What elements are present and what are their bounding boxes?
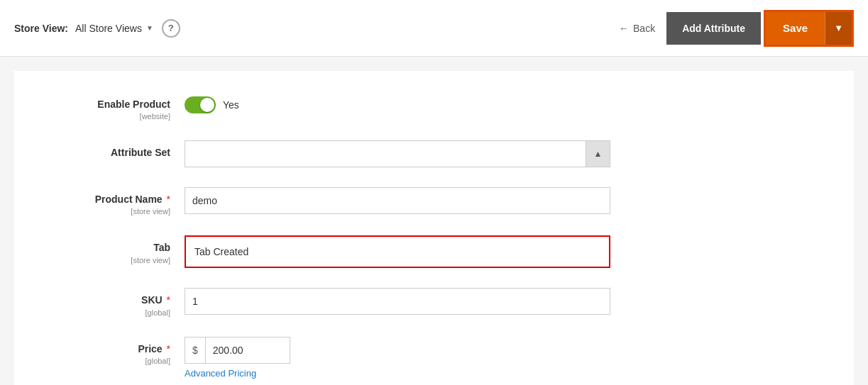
product-name-label: Product Name	[95, 194, 163, 205]
attribute-set-label: Attribute Set	[111, 147, 170, 158]
save-button-group: Save ▼	[764, 10, 854, 47]
sku-input[interactable]	[185, 288, 610, 315]
back-label: Back	[633, 23, 655, 34]
enable-product-sublabel: [website]	[43, 112, 170, 121]
sku-label-col: SKU * [global]	[43, 288, 185, 316]
currency-symbol: $	[185, 337, 205, 364]
attribute-set-arrow-button[interactable]: ▲	[586, 140, 610, 167]
tab-input[interactable]	[187, 238, 608, 265]
price-control: $ Advanced Pricing	[185, 337, 610, 379]
attribute-set-select-wrapper: Laptop ▲	[185, 140, 610, 167]
tab-label-col: Tab [store view]	[43, 235, 185, 264]
chevron-down-icon: ▼	[146, 24, 153, 32]
add-attribute-button[interactable]: Add Attribute	[666, 12, 761, 45]
back-arrow-icon: ←	[619, 23, 629, 34]
store-view-select[interactable]: All Store Views ▼	[75, 23, 153, 34]
product-name-required: *	[167, 194, 170, 205]
price-sublabel: [global]	[43, 357, 170, 365]
store-view-label: Store View:	[14, 23, 68, 34]
enable-product-label: Enable Product	[97, 99, 170, 110]
product-name-row: Product Name * [store view]	[43, 187, 825, 216]
price-required: *	[167, 343, 170, 355]
product-name-control	[185, 187, 610, 214]
advanced-pricing-link[interactable]: Advanced Pricing	[185, 368, 610, 379]
price-input[interactable]	[205, 337, 290, 364]
sku-required: *	[167, 294, 170, 306]
product-name-input[interactable]	[185, 187, 610, 214]
main-content: Enable Product [website] Yes Attribute S…	[14, 71, 854, 385]
product-name-sublabel: [store view]	[43, 207, 170, 216]
header-bar: Store View: All Store Views ▼ ? ← Back A…	[0, 0, 868, 57]
enable-product-label-col: Enable Product [website]	[43, 92, 185, 121]
tab-control	[185, 235, 610, 268]
enable-product-toggle-row: Yes	[185, 92, 610, 113]
save-dropdown-arrow-icon: ▼	[834, 23, 843, 33]
price-input-wrapper: $	[185, 337, 610, 364]
enable-product-row: Enable Product [website] Yes	[43, 92, 825, 121]
enable-product-control: Yes	[185, 92, 610, 113]
product-name-label-col: Product Name * [store view]	[43, 187, 185, 216]
enable-product-toggle-text: Yes	[223, 99, 239, 111]
attribute-set-control: Laptop ▲	[185, 140, 610, 167]
sku-sublabel: [global]	[43, 308, 170, 317]
sku-row: SKU * [global]	[43, 288, 825, 316]
price-row: Price * [global] $ Advanced Pricing	[43, 337, 825, 379]
arrow-up-icon: ▲	[594, 149, 603, 159]
attribute-set-row: Attribute Set Laptop ▲	[43, 140, 825, 167]
toggle-knob	[200, 98, 214, 112]
tab-row: Tab [store view]	[43, 235, 825, 268]
enable-product-toggle[interactable]	[185, 96, 216, 113]
sku-label: SKU	[141, 294, 163, 306]
save-main-button[interactable]: Save	[766, 12, 825, 45]
sku-control	[185, 288, 610, 315]
tab-label: Tab	[153, 242, 170, 253]
tab-sublabel: [store view]	[43, 256, 170, 264]
price-label: Price	[138, 343, 162, 355]
help-icon[interactable]: ?	[162, 19, 180, 38]
store-view-value: All Store Views	[75, 23, 142, 34]
save-dropdown-button[interactable]: ▼	[825, 12, 852, 45]
attribute-set-label-col: Attribute Set	[43, 140, 185, 159]
back-button[interactable]: ← Back	[619, 23, 655, 34]
tab-field-wrapper	[185, 235, 610, 268]
attribute-set-input[interactable]: Laptop	[185, 140, 586, 167]
price-label-col: Price * [global]	[43, 337, 185, 365]
